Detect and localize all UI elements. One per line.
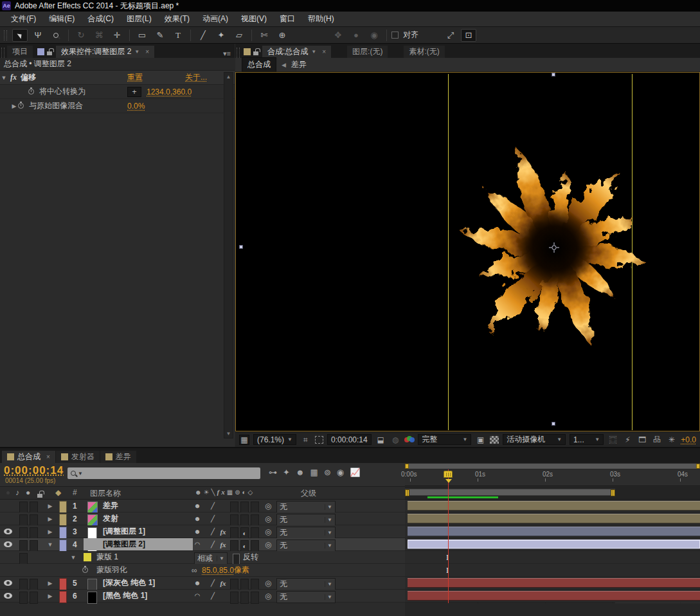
layer-duration-bar[interactable] xyxy=(408,578,700,588)
expander-icon[interactable]: ▶ xyxy=(46,577,54,589)
tab-project[interactable]: 项目 xyxy=(7,46,33,58)
layer-name[interactable]: [黑色 纯色 1] xyxy=(102,590,193,602)
fast-preview-icon[interactable]: ⚡ xyxy=(622,435,633,445)
menu-item-动画[interactable]: 动画(A) xyxy=(197,12,234,26)
layer-duration-bar[interactable] xyxy=(408,539,700,549)
mini-flowchart-icon[interactable]: ⊶ xyxy=(269,467,277,477)
shy-switch[interactable]: ☻ xyxy=(193,525,202,538)
work-area-start-handle[interactable] xyxy=(405,489,409,496)
layer-duration-bar[interactable] xyxy=(408,501,700,511)
brush-tool-button[interactable]: ╱ xyxy=(195,29,211,42)
layer-handle-top[interactable] xyxy=(552,73,555,77)
show-snapshot-icon[interactable]: ◍ xyxy=(390,435,401,445)
exposure-icon[interactable]: ✳ xyxy=(666,435,677,445)
hide-shy-layers-icon[interactable]: ☻ xyxy=(296,467,305,477)
effect-about-link[interactable]: 关于... xyxy=(185,72,207,83)
timeline-button-icon[interactable]: 🗖 xyxy=(637,435,648,445)
view-axis-mode-icon[interactable]: ◉ xyxy=(366,29,382,42)
layer-handle-bottom[interactable] xyxy=(552,422,555,426)
navigator-end-handle[interactable] xyxy=(696,464,700,469)
fx-switch[interactable]: fx xyxy=(219,577,228,589)
stopwatch-icon[interactable] xyxy=(18,103,24,109)
menu-item-视图[interactable]: 视图(V) xyxy=(235,12,273,26)
effect-reset-link[interactable]: 重置 xyxy=(127,72,143,83)
scroll-down-icon[interactable]: ▼ xyxy=(225,431,232,437)
parent-dropdown[interactable]: 无▼ xyxy=(276,514,336,526)
menu-item-图层[interactable]: 图层(L) xyxy=(121,12,157,26)
stopwatch-icon[interactable] xyxy=(28,89,34,95)
shy-switch[interactable]: ◠ xyxy=(193,590,202,602)
tab-close-icon[interactable]: × xyxy=(322,48,326,55)
eraser-tool-button[interactable]: ▱ xyxy=(231,29,247,42)
prop-center-value[interactable]: 1234.0,360.0 xyxy=(147,87,192,96)
parent-pickwhip-icon[interactable]: ◎ xyxy=(265,512,271,525)
shape-tool-button[interactable]: ▭ xyxy=(134,29,150,42)
parent-dropdown[interactable]: 无▼ xyxy=(276,591,336,603)
mask-color-chip[interactable] xyxy=(84,553,91,561)
roto-brush-tool-button[interactable]: ✄ xyxy=(256,29,272,42)
constrain-link-icon[interactable]: ∞ xyxy=(192,564,197,576)
current-time-indicator-handle[interactable] xyxy=(444,471,453,478)
menu-item-帮助[interactable]: 帮助(H) xyxy=(302,12,340,26)
unlock-icon[interactable] xyxy=(253,51,258,55)
label-color-chip[interactable] xyxy=(59,539,67,552)
fx-switch[interactable]: fx xyxy=(219,538,228,550)
timeline-tab-总合成[interactable]: 总合成× xyxy=(2,451,55,463)
menu-item-编辑[interactable]: 编辑(E) xyxy=(43,12,80,26)
tab-dropdown-icon[interactable]: ▼ xyxy=(311,49,316,55)
camera-tool-button[interactable]: ⌘ xyxy=(91,29,107,42)
collapse-triangle-icon[interactable]: ▼ xyxy=(0,75,8,81)
menu-item-文件[interactable]: 文件(F) xyxy=(5,12,42,26)
motion-blur-icon[interactable]: ⊚ xyxy=(324,467,331,477)
mask-mode-dropdown[interactable]: 相减▼ xyxy=(194,552,228,565)
zoom-tool-button[interactable] xyxy=(48,29,64,42)
label-color-chip[interactable] xyxy=(59,578,67,590)
effect-header-row[interactable]: ▼ fx 偏移 重置 关于... xyxy=(0,71,235,85)
expander-icon[interactable]: ▶ xyxy=(46,525,54,538)
shy-switch[interactable]: ☻ xyxy=(193,500,202,512)
shy-switch[interactable]: ☻ xyxy=(193,512,202,525)
video-toggle[interactable] xyxy=(3,525,13,538)
time-navigator[interactable] xyxy=(405,464,700,469)
region-of-interest-icon[interactable] xyxy=(315,436,323,444)
video-toggle[interactable] xyxy=(3,590,13,602)
type-tool-button[interactable]: T xyxy=(170,29,186,42)
layer-handle-left[interactable] xyxy=(239,245,243,249)
parent-pickwhip-icon[interactable]: ◎ xyxy=(265,590,271,602)
layer-name[interactable]: [调整图层 2] xyxy=(84,538,193,550)
expander-icon[interactable]: ▶ xyxy=(46,590,54,602)
current-timecode[interactable]: 0:00:00:14 xyxy=(4,464,64,477)
anchor-point-icon[interactable] xyxy=(549,242,559,253)
tab-composition[interactable]: 合成:总合成 ▼ × xyxy=(262,46,331,58)
unlock-icon[interactable] xyxy=(47,51,52,55)
video-toggle[interactable] xyxy=(3,512,13,525)
solo-toggle[interactable] xyxy=(30,592,38,604)
parent-pickwhip-icon[interactable]: ◎ xyxy=(265,538,271,550)
prop-blend-value[interactable]: 0.0% xyxy=(127,102,145,111)
stopwatch-icon[interactable] xyxy=(82,564,88,576)
parent-pickwhip-icon[interactable]: ◎ xyxy=(265,500,271,512)
parent-pickwhip-icon[interactable]: ◎ xyxy=(265,525,271,538)
target-region-icon[interactable]: ▣ xyxy=(475,435,486,445)
safe-zones-icon[interactable]: ⌗ xyxy=(300,435,311,445)
layer-duration-bar[interactable] xyxy=(408,514,700,523)
label-color-chip[interactable] xyxy=(59,501,67,513)
snap-checkbox[interactable] xyxy=(391,32,399,39)
timeline-tab-差异[interactable]: 差异 xyxy=(100,451,136,463)
channel-icon[interactable] xyxy=(404,436,414,444)
mask-feather-value[interactable]: 85.0,85.0 xyxy=(202,564,234,576)
draft-3d-icon[interactable]: ✦ xyxy=(283,467,290,477)
world-axis-mode-icon[interactable]: ● xyxy=(348,29,364,42)
frame-blend-switch[interactable] xyxy=(230,592,238,604)
shy-switch[interactable]: ◠ xyxy=(193,538,202,550)
fx-switch[interactable]: fx xyxy=(219,525,228,538)
layer-name[interactable]: [调整图层 1] xyxy=(102,525,193,538)
timeline-tab-发射器[interactable]: 发射器 xyxy=(56,451,100,463)
snapshot-icon[interactable]: ⬓ xyxy=(375,435,386,445)
hand-tool-button[interactable]: Ψ xyxy=(30,29,46,42)
view-select[interactable]: 活动摄像机▼ xyxy=(503,434,566,445)
work-area-bar[interactable] xyxy=(405,489,615,496)
navigator-start-handle[interactable] xyxy=(405,464,409,469)
adjustment-layer-switch[interactable] xyxy=(240,592,249,604)
quality-switch[interactable]: ╱ xyxy=(208,500,217,512)
